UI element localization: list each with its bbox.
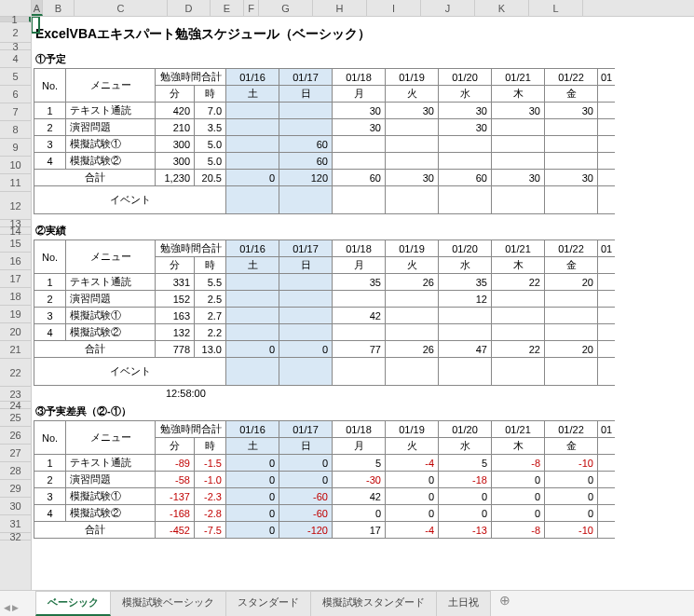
sheet-tab[interactable]: スタンダード	[225, 591, 311, 616]
worksheet-grid[interactable]: ExcelVBAエキスパート勉強スケジュール（ベーシック）①予定No.メニュー勉…	[32, 17, 694, 590]
sheet-tab[interactable]: 模擬試験ベーシック	[110, 591, 226, 616]
sheet-tab-bar: ◀ ▶ ベーシック模擬試験ベーシックスタンダード模擬試験スタンダード土日祝⊕	[0, 590, 694, 616]
row-header-16[interactable]: 16	[0, 253, 31, 270]
row-header-8[interactable]: 8	[0, 121, 31, 139]
row-header-26[interactable]: 26	[0, 427, 31, 445]
row-header-9[interactable]: 9	[0, 139, 31, 157]
row-header-22[interactable]: 22	[0, 359, 31, 387]
row-header-27[interactable]: 27	[0, 445, 31, 462]
col-header-J[interactable]: J	[421, 0, 475, 16]
col-header-F[interactable]: F	[244, 0, 259, 16]
row-header-2[interactable]: 2	[0, 22, 31, 43]
row-header-14[interactable]: 14	[0, 227, 31, 235]
row-header-25[interactable]: 25	[0, 409, 31, 427]
row-header-32[interactable]: 32	[0, 533, 31, 541]
row-header-7[interactable]: 7	[0, 103, 31, 121]
col-header-C[interactable]: C	[75, 0, 168, 16]
row-header-21[interactable]: 21	[0, 341, 31, 359]
col-header-I[interactable]: I	[367, 0, 421, 16]
row-header-4[interactable]: 4	[0, 50, 31, 68]
sheet-tab[interactable]: 模擬試験スタンダード	[310, 591, 437, 616]
section-label: ③予実差異（②-①）	[32, 401, 694, 420]
col-header-K[interactable]: K	[475, 0, 529, 16]
section-label: ②実績	[32, 220, 694, 240]
row-header-10[interactable]: 10	[0, 157, 31, 174]
row-header-11[interactable]: 11	[0, 174, 31, 192]
col-header-A[interactable]: A	[32, 0, 43, 16]
row-header-17[interactable]: 17	[0, 270, 31, 288]
row-header-30[interactable]: 30	[0, 498, 31, 515]
row-header-18[interactable]: 18	[0, 288, 31, 306]
section-label: ①予定	[32, 48, 694, 68]
col-header-B[interactable]: B	[43, 0, 75, 16]
row-header-3[interactable]: 3	[0, 43, 31, 50]
add-sheet-button[interactable]: ⊕	[490, 591, 520, 616]
tab-next-icon[interactable]: ▶	[12, 603, 19, 612]
row-header-5[interactable]: 5	[0, 68, 31, 86]
col-header-H[interactable]: H	[313, 0, 367, 16]
tab-nav[interactable]: ◀ ▶	[4, 603, 19, 612]
sheet-tab[interactable]: 土日祝	[436, 591, 491, 616]
row-header-6[interactable]: 6	[0, 86, 31, 103]
page-title: ExcelVBAエキスパート勉強スケジュール（ベーシック）	[32, 22, 694, 48]
sheet-tab[interactable]: ベーシック	[35, 591, 111, 616]
row-header-20[interactable]: 20	[0, 323, 31, 341]
tab-prev-icon[interactable]: ◀	[4, 603, 10, 612]
col-header-E[interactable]: E	[211, 0, 244, 16]
col-header-D[interactable]: D	[168, 0, 211, 16]
col-header-G[interactable]: G	[259, 0, 313, 16]
time-value: 12:58:00	[162, 386, 694, 401]
row-header-15[interactable]: 15	[0, 235, 31, 253]
row-header-19[interactable]: 19	[0, 306, 31, 323]
row-header-29[interactable]: 29	[0, 480, 31, 498]
row-header-24[interactable]: 24	[0, 402, 31, 409]
row-header-28[interactable]: 28	[0, 462, 31, 480]
col-header-L[interactable]: L	[529, 0, 583, 16]
row-header-12[interactable]: 12	[0, 192, 31, 220]
